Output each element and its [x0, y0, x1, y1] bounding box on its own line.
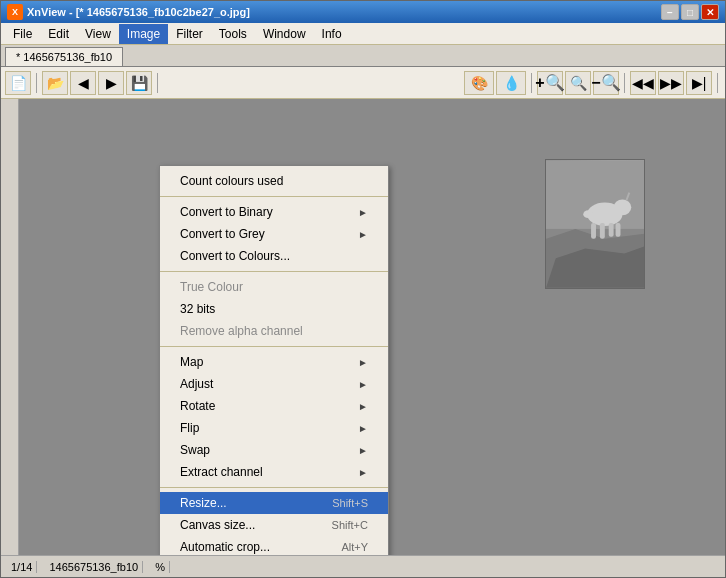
count-colours-item[interactable]: Count colours used — [160, 170, 388, 192]
extract-channel-label: Extract channel — [180, 465, 263, 479]
status-filename: 1465675136_fb10 — [45, 561, 143, 573]
remove-alpha-item: Remove alpha channel — [160, 320, 388, 342]
extract-channel-arrow: ► — [358, 467, 368, 478]
toolbar-separator-4 — [624, 73, 625, 93]
maximize-button[interactable]: □ — [681, 4, 699, 20]
map-item[interactable]: Map ► — [160, 351, 388, 373]
convert-binary-item[interactable]: Convert to Binary ► — [160, 201, 388, 223]
convert-grey-arrow: ► — [358, 229, 368, 240]
convert-colours-item[interactable]: Convert to Colours... — [160, 245, 388, 267]
swap-label: Swap — [180, 443, 210, 457]
menu-window[interactable]: Window — [255, 24, 314, 44]
status-position: 1/14 — [7, 561, 37, 573]
toolbar-separator-1 — [36, 73, 37, 93]
window-title: XnView - [* 1465675136_fb10c2be27_o.jpg] — [27, 6, 250, 18]
rotate-label: Rotate — [180, 399, 215, 413]
rotate-item[interactable]: Rotate ► — [160, 395, 388, 417]
svg-rect-8 — [609, 223, 614, 237]
true-colour-item: True Colour — [160, 276, 388, 298]
count-colours-label: Count colours used — [180, 174, 283, 188]
new-button[interactable]: 📄 — [5, 71, 31, 95]
auto-crop-shortcut: Alt+Y — [341, 541, 368, 553]
title-bar-left: X XnView - [* 1465675136_fb10c2be27_o.jp… — [7, 4, 250, 20]
menu-section-count: Count colours used — [160, 166, 388, 197]
title-bar: X XnView - [* 1465675136_fb10c2be27_o.jp… — [1, 1, 725, 23]
nav-end[interactable]: ▶| — [686, 71, 712, 95]
menu-bar: File Edit View Image Filter Tools Window… — [1, 23, 725, 45]
32bits-item[interactable]: 32 bits — [160, 298, 388, 320]
title-bar-buttons: − □ ✕ — [661, 4, 719, 20]
zoom-out[interactable]: −🔍 — [593, 71, 619, 95]
toolbar-separator-2 — [157, 73, 158, 93]
status-zoom: % — [151, 561, 170, 573]
flip-item[interactable]: Flip ► — [160, 417, 388, 439]
svg-rect-9 — [616, 223, 621, 237]
menu-section-convert: Convert to Binary ► Convert to Grey ► Co… — [160, 197, 388, 272]
app-icon: X — [7, 4, 23, 20]
toolbar-separator-5 — [717, 73, 718, 93]
remove-alpha-label: Remove alpha channel — [180, 324, 303, 338]
image-preview — [545, 159, 645, 289]
color-tool[interactable]: 🎨 — [464, 71, 494, 95]
flip-arrow: ► — [358, 423, 368, 434]
zoom-normal[interactable]: 🔍 — [565, 71, 591, 95]
convert-colours-label: Convert to Colours... — [180, 249, 290, 263]
flip-label: Flip — [180, 421, 199, 435]
tab-bar: * 1465675136_fb10 — [1, 45, 725, 67]
convert-grey-item[interactable]: Convert to Grey ► — [160, 223, 388, 245]
close-button[interactable]: ✕ — [701, 4, 719, 20]
canvas-size-item[interactable]: Canvas size... Shift+C — [160, 514, 388, 536]
minimize-button[interactable]: − — [661, 4, 679, 20]
menu-section-mode: True Colour 32 bits Remove alpha channel — [160, 272, 388, 347]
rotate-arrow: ► — [358, 401, 368, 412]
image-area: Count colours used Convert to Binary ► — [19, 99, 725, 555]
content-area: Count colours used Convert to Binary ► — [1, 99, 725, 555]
left-sidebar — [1, 99, 19, 555]
image-inner — [546, 160, 644, 288]
resize-label: Resize... — [180, 496, 227, 510]
open-button[interactable]: 📂 — [42, 71, 68, 95]
save-button[interactable]: 💾 — [126, 71, 152, 95]
menu-filter[interactable]: Filter — [168, 24, 211, 44]
true-colour-label: True Colour — [180, 280, 243, 294]
svg-point-10 — [583, 210, 593, 218]
svg-point-5 — [614, 200, 632, 216]
adjust-arrow: ► — [358, 379, 368, 390]
auto-crop-item[interactable]: Automatic crop... Alt+Y — [160, 536, 388, 555]
menu-image[interactable]: Image — [119, 24, 168, 44]
toolbar: 📄 📂 ◀ ▶ 💾 🎨 💧 +🔍 🔍 −🔍 ◀◀ ▶▶ ▶| — [1, 67, 725, 99]
active-tab[interactable]: * 1465675136_fb10 — [5, 47, 123, 66]
menu-edit[interactable]: Edit — [40, 24, 77, 44]
resize-shortcut: Shift+S — [332, 497, 368, 509]
svg-rect-7 — [600, 223, 605, 239]
next-button[interactable]: ▶ — [98, 71, 124, 95]
nav-forward[interactable]: ▶▶ — [658, 71, 684, 95]
auto-crop-label: Automatic crop... — [180, 540, 270, 554]
convert-grey-label: Convert to Grey — [180, 227, 265, 241]
prev-button[interactable]: ◀ — [70, 71, 96, 95]
menu-view[interactable]: View — [77, 24, 119, 44]
pick-color[interactable]: 💧 — [496, 71, 526, 95]
menu-section-transform: Map ► Adjust ► Rotate ► Flip ► — [160, 347, 388, 488]
status-bar: 1/14 1465675136_fb10 % — [1, 555, 725, 577]
menu-tools[interactable]: Tools — [211, 24, 255, 44]
map-label: Map — [180, 355, 203, 369]
menu-section-resize: Resize... Shift+S Canvas size... Shift+C… — [160, 488, 388, 555]
adjust-item[interactable]: Adjust ► — [160, 373, 388, 395]
canvas-size-shortcut: Shift+C — [332, 519, 368, 531]
preview-svg — [546, 159, 644, 289]
menu-info[interactable]: Info — [314, 24, 350, 44]
canvas-size-label: Canvas size... — [180, 518, 255, 532]
zoom-in[interactable]: +🔍 — [537, 71, 563, 95]
nav-back[interactable]: ◀◀ — [630, 71, 656, 95]
resize-item[interactable]: Resize... Shift+S — [160, 492, 388, 514]
convert-binary-arrow: ► — [358, 207, 368, 218]
toolbar-separator-3 — [531, 73, 532, 93]
convert-binary-label: Convert to Binary — [180, 205, 273, 219]
image-dropdown-menu: Count colours used Convert to Binary ► — [159, 165, 389, 555]
adjust-label: Adjust — [180, 377, 213, 391]
menu-file[interactable]: File — [5, 24, 40, 44]
extract-channel-item[interactable]: Extract channel ► — [160, 461, 388, 483]
swap-item[interactable]: Swap ► — [160, 439, 388, 461]
map-arrow: ► — [358, 357, 368, 368]
